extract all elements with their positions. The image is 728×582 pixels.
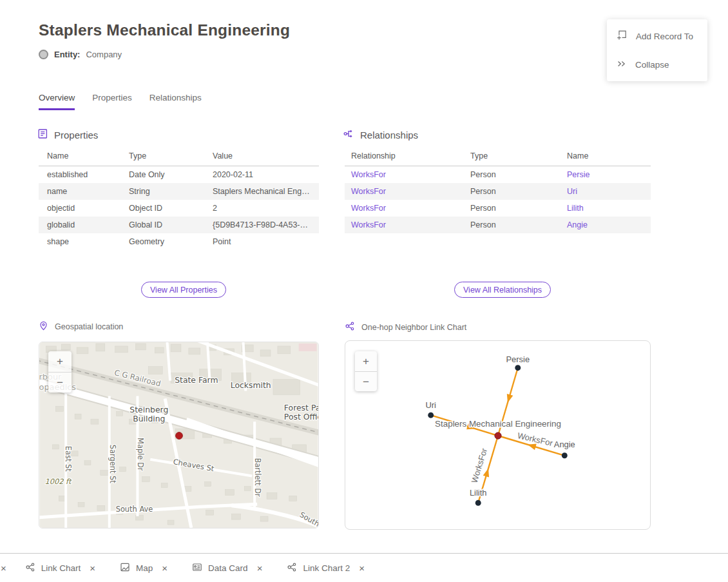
entity-row: Entity: Company (39, 50, 122, 59)
tab-close-icon[interactable]: × (257, 563, 263, 574)
table-cell: Person (464, 217, 560, 233)
one-hop-link-icon (345, 321, 355, 333)
map-zoom-control: + − (48, 351, 72, 393)
column-header: Name (39, 148, 120, 166)
chart-zoom-in-button[interactable]: + (355, 351, 377, 371)
table-cell: {5D9B4713-F98D-4A53-… (204, 217, 319, 233)
table-cell: Object ID (120, 200, 204, 217)
view-all-relationships-button[interactable]: View All Relationships (454, 282, 551, 298)
linkchart-section-header: One-hop Neighbor Link Chart (345, 321, 466, 333)
map-zoom-out-button[interactable]: − (48, 372, 72, 393)
table-row: WorksForPersonPersie (345, 166, 651, 184)
bottom-tab-label: Map (136, 563, 153, 573)
map-label: Post Offic (284, 412, 318, 422)
collapse-icon (617, 59, 627, 71)
chart-node-label: Lilith (470, 488, 487, 498)
tab-overview[interactable]: Overview (39, 93, 75, 110)
related-entity-link[interactable]: Persie (560, 166, 651, 184)
map-label: State Farm (175, 375, 218, 385)
chart-node[interactable] (515, 365, 521, 371)
chart-node[interactable] (562, 452, 568, 458)
geospatial-section-header: Geospatial location (39, 321, 123, 333)
chart-edge-arrow (483, 469, 489, 478)
relationships-icon (343, 128, 354, 141)
context-menu: Add Record To Collapse (607, 19, 707, 81)
related-entity-link[interactable]: Uri (560, 183, 651, 200)
chart-node-label: Uri (425, 400, 436, 410)
table-cell: objectid (39, 200, 120, 217)
geospatial-section-title: Geospatial location (55, 322, 123, 331)
map-label: South Ave (116, 505, 153, 514)
table-row: objectidObject ID2 (39, 200, 319, 217)
card-tabs: Overview Properties Relationships (39, 93, 202, 110)
tab-relationships[interactable]: Relationships (149, 93, 202, 110)
map-label: Forest Par (284, 403, 318, 412)
table-cell: Staplers Mechanical Eng… (204, 183, 319, 200)
table-cell: Person (464, 166, 560, 184)
menu-item-collapse[interactable]: Collapse (607, 50, 707, 79)
map-zoom-in-button[interactable]: + (48, 351, 72, 372)
tab-properties[interactable]: Properties (92, 93, 132, 110)
map-area-tint (299, 344, 317, 351)
link-chart-canvas[interactable]: WorksForWorksForPersieUriAngieLilithStap… (345, 340, 651, 530)
bottom-tab-link-chart[interactable]: Link Chart× (25, 562, 95, 574)
column-header: Type (464, 148, 560, 166)
chart-center-node[interactable] (495, 432, 501, 439)
table-cell: Date Only (120, 166, 204, 184)
tab-close-icon[interactable]: × (162, 563, 168, 574)
column-header: Name (560, 148, 651, 166)
properties-section-title: Properties (54, 130, 98, 141)
table-row: WorksForPersonAngie (345, 217, 651, 233)
menu-item-add-record-to[interactable]: Add Record To (607, 22, 707, 50)
bottom-tab-map[interactable]: Map× (120, 562, 168, 574)
entity-label: Entity: (54, 50, 80, 59)
table-cell: name (39, 183, 120, 200)
table-cell: Geometry (120, 233, 204, 250)
relationship-link[interactable]: WorksFor (345, 183, 464, 200)
chart-node[interactable] (475, 500, 481, 506)
chart-node[interactable] (428, 412, 434, 418)
column-header: Type (120, 148, 204, 166)
map-canvas[interactable]: rbouropaedicsC G RailroadState FarmLocks… (39, 342, 319, 529)
relationship-link[interactable]: WorksFor (345, 166, 464, 184)
entity-type-icon (39, 50, 48, 59)
table-row: establishedDate Only2020-02-11 (39, 166, 319, 184)
tab-close-icon[interactable]: × (90, 563, 95, 574)
table-row: shapeGeometryPoint (39, 233, 319, 250)
chart-zoom-control: + − (355, 351, 377, 391)
column-header: Relationship (345, 148, 464, 166)
chart-zoom-out-button[interactable]: − (355, 371, 377, 391)
page-title: Staplers Mechanical Engineering (39, 21, 290, 39)
chart-center-node-label: Staplers Mechanical Engineering (435, 419, 561, 429)
map-label: 1002 ft (44, 477, 72, 486)
map-label: Sargent St (108, 445, 117, 484)
map-label: Steinberg (129, 405, 168, 414)
table-cell: established (39, 166, 120, 184)
table-cell: 2 (204, 200, 319, 217)
relationship-link[interactable]: WorksFor (345, 200, 464, 217)
bottom-tab-data-card[interactable]: Data Card× (192, 562, 262, 574)
related-entity-link[interactable]: Lilith (560, 200, 651, 217)
table-row: WorksForPersonUri (345, 183, 651, 200)
map-label: Building (133, 414, 165, 423)
tab-close-icon[interactable]: × (1, 563, 6, 574)
relationships-section-title: Relationships (360, 130, 418, 141)
chart-node-label: Angie (554, 440, 575, 449)
bottom-tab-link-chart-2[interactable]: Link Chart 2× (287, 562, 365, 574)
map-pin-icon (39, 321, 48, 333)
view-all-properties-button[interactable]: View All Properties (141, 282, 226, 298)
chart-edge-arrow (528, 444, 537, 451)
table-header-row: NameTypeValue (39, 148, 319, 166)
map-label: Locksmith (231, 380, 271, 390)
properties-section-header: Properties (37, 128, 98, 141)
table-row: WorksForPersonLilith (345, 200, 651, 217)
entity-location-marker[interactable] (176, 432, 183, 440)
table-header-row: RelationshipTypeName (345, 148, 651, 166)
menu-item-label: Collapse (635, 60, 669, 70)
related-entity-link[interactable]: Angie (560, 217, 651, 233)
table-row: nameStringStaplers Mechanical Eng… (39, 183, 319, 200)
table-row: globalidGlobal ID{5D9B4713-F98D-4A53-… (39, 217, 319, 233)
relationships-section-header: Relationships (343, 128, 418, 141)
tab-close-icon[interactable]: × (359, 563, 365, 574)
relationship-link[interactable]: WorksFor (345, 217, 464, 233)
